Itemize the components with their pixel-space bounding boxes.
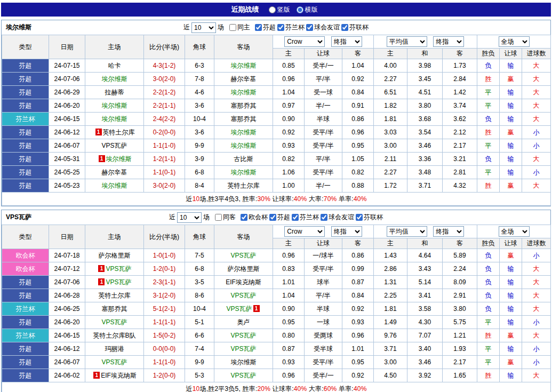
competition-checkbox[interactable]: [241, 214, 247, 221]
same-venue-checkbox[interactable]: [215, 214, 222, 221]
avg-home-cell: 1.82: [374, 99, 407, 113]
team-name-link[interactable]: 埃尔维斯: [102, 75, 127, 83]
horizontal-radio[interactable]: [297, 6, 303, 13]
summary-text: 大率:: [307, 195, 323, 203]
same-venue-checkbox[interactable]: [229, 24, 236, 31]
vertical-radio-label: 竖版: [277, 5, 290, 14]
competition-filter[interactable]: 欧会杯: [241, 213, 268, 222]
recent-count-select[interactable]: 10: [177, 212, 202, 223]
team-name-link[interactable]: VPS瓦萨: [230, 372, 256, 379]
same-venue-filter[interactable]: 同主: [229, 23, 250, 32]
avg-home-cell: 4.50: [374, 369, 407, 382]
odds-stage-select[interactable]: 终指: [331, 226, 362, 237]
team-name-link[interactable]: VPS瓦萨: [230, 345, 256, 353]
competition-checkbox[interactable]: [292, 214, 299, 221]
team-name-link[interactable]: VPS瓦萨: [230, 292, 256, 299]
competition-filter[interactable]: 芬联杯: [356, 213, 383, 222]
team-name-link[interactable]: 拉赫蒂: [105, 89, 124, 96]
competition-checkbox[interactable]: [341, 24, 348, 31]
team-name-link[interactable]: 埃尔维斯: [231, 358, 257, 366]
near-label: 近: [169, 213, 175, 222]
odds-group-header: Crow 终指: [273, 225, 374, 238]
team-name-link[interactable]: 埃尔维斯: [231, 142, 257, 149]
vertical-radio[interactable]: [269, 6, 276, 13]
team-name-link[interactable]: VPS瓦萨: [101, 358, 127, 366]
competition-filter[interactable]: 球会友谊: [321, 213, 354, 222]
team-name-link[interactable]: 玛丽港: [105, 345, 124, 353]
competition-filter[interactable]: 芬联杯: [341, 23, 369, 32]
avg-stage-select[interactable]: 终指: [433, 36, 464, 47]
team-name-link[interactable]: VPS瓦萨: [101, 142, 127, 149]
team-name-link[interactable]: 奥卢: [237, 318, 250, 326]
result-winlose-cell: 平: [477, 342, 500, 356]
date-cell: 24-05-25: [49, 166, 85, 179]
summary-text: 场,胜2平3负5, 胜率:: [199, 385, 257, 392]
result-handicap-cell: 赢: [500, 356, 522, 369]
team-name-link[interactable]: 赫尔辛基: [102, 169, 127, 176]
layout-horizontal-option[interactable]: 横版: [297, 5, 318, 14]
competition-filter[interactable]: 芬超: [255, 23, 276, 32]
team-name-link[interactable]: 埃尔维斯: [102, 115, 127, 123]
result-handicap-cell: 赢: [500, 249, 522, 262]
team-name-link[interactable]: 埃尔维斯: [231, 62, 257, 69]
team-name-link[interactable]: 埃尔维斯: [231, 129, 257, 136]
team-name-link[interactable]: VPS瓦萨: [106, 265, 131, 273]
avg-source-select[interactable]: 平均值: [387, 226, 427, 237]
team-name-link[interactable]: 埃尔维斯: [231, 89, 257, 96]
team-name-link[interactable]: VPS瓦萨: [226, 305, 252, 313]
team-name-link[interactable]: VPS瓦萨: [106, 278, 131, 286]
avg-source-select[interactable]: 平均值: [387, 36, 427, 47]
competition-checkbox[interactable]: [356, 214, 363, 221]
avg-draw-cell: 3.71: [407, 179, 443, 193]
team-name-link[interactable]: VPS瓦萨: [101, 318, 127, 326]
team-name-link[interactable]: 赫尔辛基: [231, 75, 257, 83]
match-row: 芬超24-05-23埃尔维斯3-0(2-0)8-4英特土尔库1.00半/一0.8…: [2, 179, 551, 193]
team-name-link[interactable]: 萨尔格里斯: [99, 252, 131, 259]
team-name-link[interactable]: EIF埃克纳斯: [101, 372, 137, 379]
match-scope-select[interactable]: 全场: [499, 36, 530, 47]
team-name-link[interactable]: 英特土尔库: [99, 292, 131, 299]
home-team-cell: 1VPS瓦萨: [85, 262, 144, 276]
avg-home-cell: 1.81: [374, 113, 407, 126]
competition-filter[interactable]: 球会友谊: [306, 23, 340, 32]
team-name-link[interactable]: 埃尔维斯: [106, 155, 132, 163]
team-name-link[interactable]: 塞那乔其: [231, 115, 257, 123]
team-name-link[interactable]: 萨尔格里斯: [228, 265, 260, 273]
team-name-link[interactable]: 塞那乔其: [102, 305, 127, 313]
odds-company-select[interactable]: Crow: [284, 36, 325, 47]
competition-checkbox[interactable]: [255, 24, 262, 31]
team-name-link[interactable]: 埃尔维斯: [231, 169, 257, 176]
match-scope-select[interactable]: 全场: [499, 226, 530, 237]
competition-checkbox[interactable]: [321, 214, 327, 221]
competition-filter[interactable]: 芬超: [269, 213, 290, 222]
team-name-link[interactable]: 哈卡: [108, 62, 121, 69]
layout-vertical-option[interactable]: 竖版: [269, 5, 290, 14]
odds-stage-select[interactable]: 终指: [331, 36, 362, 47]
competition-label: 芬超: [277, 213, 290, 222]
competition-checkbox[interactable]: [306, 24, 313, 31]
competition-filter[interactable]: 芬兰杯: [277, 23, 305, 32]
date-cell: 24-06-07: [49, 139, 85, 153]
team-name-link[interactable]: 埃尔维斯: [102, 182, 127, 189]
team-name-link[interactable]: VPS瓦萨: [230, 332, 256, 339]
away-team-cell: 奥卢: [214, 316, 273, 329]
team-name-link[interactable]: VPS瓦萨: [230, 252, 256, 259]
avg-draw-cell: 4.51: [407, 86, 443, 99]
team-name-link[interactable]: 埃尔维斯: [102, 102, 127, 109]
team-name-link[interactable]: 英特土尔库: [103, 129, 135, 136]
same-venue-filter[interactable]: 同客: [215, 213, 236, 222]
team-name-link[interactable]: EIF埃克纳斯: [226, 278, 261, 286]
avg-stage-select[interactable]: 终指: [433, 226, 464, 237]
competition-checkbox[interactable]: [269, 214, 276, 221]
odds-company-select[interactable]: Crow: [284, 226, 325, 237]
competition-checkbox[interactable]: [277, 24, 284, 31]
team-name-link[interactable]: 塞那乔其: [231, 102, 257, 109]
avg-draw-cell: 3.54: [407, 126, 443, 139]
team-name-link[interactable]: 英特土尔库: [228, 182, 260, 189]
competition-filter[interactable]: 芬兰杯: [292, 213, 319, 222]
summary-text: 近: [186, 385, 193, 392]
team-name-link[interactable]: 古比斯: [234, 155, 253, 163]
recent-count-select[interactable]: 10: [191, 22, 216, 33]
team-name-link[interactable]: 英特土尔库B队: [93, 332, 135, 339]
filter-bar: 埃尔维斯 近 10 场 同主 芬超芬兰杯球会友谊芬联杯: [2, 20, 550, 35]
